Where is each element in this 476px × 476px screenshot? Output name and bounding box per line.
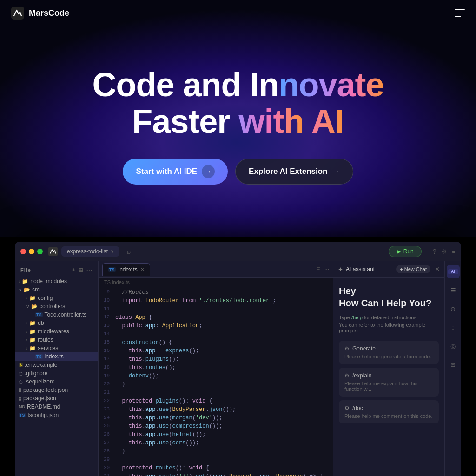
tree-label: config	[38, 295, 53, 301]
hero-with: with	[238, 103, 304, 140]
greeting-line2: How Can I Help You?	[339, 297, 439, 309]
tree-item-middlewares[interactable]: › 📁 middlewares	[15, 327, 98, 336]
ai-sparkle-icon: ✦	[338, 266, 343, 273]
ai-suggestion-explain[interactable]: ⚙ /explain Please help me explain how th…	[339, 368, 439, 397]
more-icon[interactable]: ···	[324, 266, 329, 272]
tree-item-env[interactable]: $ .env.example	[15, 361, 98, 369]
tree-label: controllers	[40, 303, 65, 310]
folder-icon: 📁	[29, 320, 36, 326]
tree-label: tsconfig.json	[28, 412, 59, 418]
tree-item-todo-controller[interactable]: TS Todo.controller.ts	[15, 311, 98, 319]
tree-label: routes	[38, 337, 53, 343]
toolbar-debug-button[interactable]: ◎	[447, 339, 460, 352]
tree-item-config[interactable]: › 📁 config	[15, 294, 98, 302]
start-ai-ide-button[interactable]: Start with AI IDE →	[123, 159, 228, 185]
project-tab-label: express-todo-list	[67, 248, 108, 255]
close-tab-icon[interactable]: ✕	[140, 267, 144, 272]
toolbar-menu-button[interactable]: ☰	[447, 284, 460, 297]
close-dot[interactable]	[20, 249, 26, 254]
suggestion-desc: Please help me explain how this function…	[344, 381, 433, 392]
folder-open-icon: 📂	[24, 287, 30, 293]
code-line: 24 this.app.use(morgan('dev'));	[99, 414, 333, 423]
ide-titlebar: express-todo-list ∨ ⌕ ▶ Run ? ⚙ ●	[15, 242, 461, 261]
ai-panel: ✦ AI assistant + New Chat ✕ Hey How Can …	[333, 261, 444, 476]
hero-ai: AI	[304, 103, 344, 140]
close-ai-panel-button[interactable]: ✕	[435, 266, 440, 272]
sidebar-controls: + ⊞ ···	[72, 267, 93, 273]
hero-section: Code and Innovate Faster with AI Start w…	[0, 0, 476, 237]
hero-line1: Code and Innovate	[92, 66, 383, 103]
project-tab[interactable]: express-todo-list ∨	[61, 246, 119, 257]
ide-body: File + ⊞ ··· › 📁 node_modules ∨ 📂 src	[15, 261, 461, 476]
tree-item-routes[interactable]: › 📁 routes	[15, 336, 98, 344]
tree-item-sequelizerc[interactable]: ◌ .sequelizerc	[15, 377, 98, 386]
editor-tab-index-ts[interactable]: TS index.ts ✕	[102, 263, 150, 276]
new-chat-label: + New Chat	[400, 266, 427, 272]
tree-item-readme[interactable]: MD README.md	[15, 403, 98, 411]
tree-label: services	[38, 345, 58, 351]
code-line: 16 this.app = express();	[99, 347, 333, 356]
suggestion-title: /doc	[352, 405, 363, 411]
tree-item-tsconfig[interactable]: TS tsconfig.json	[15, 411, 98, 419]
logo-icon	[11, 7, 24, 20]
tree-item-src[interactable]: ∨ 📂 src	[15, 285, 98, 294]
toolbar-search-button[interactable]: ⊙	[447, 302, 460, 315]
question-icon[interactable]: ?	[433, 248, 436, 255]
menu-button[interactable]	[455, 9, 465, 17]
explore-extension-label: Explore AI Extension	[249, 167, 327, 176]
code-line: 21	[99, 389, 333, 397]
minimize-dot[interactable]	[29, 249, 34, 254]
code-content[interactable]: 9 //Routes 10 import TodoRouter from './…	[99, 287, 333, 476]
chevron-right-icon: ›	[26, 296, 27, 301]
ai-suggestion-generate[interactable]: ⚙ Generate Please help me generate a for…	[339, 341, 439, 364]
code-line: 27 this.app.use(cors());	[99, 439, 333, 448]
right-toolbar: AI ☰ ⊙ ↕ ◎ ⊞	[444, 261, 461, 476]
code-line: 9 //Routes	[99, 289, 333, 297]
file-tree-header: File + ⊞ ···	[15, 265, 98, 277]
code-line: 28 }	[99, 448, 333, 456]
code-line: 20 }	[99, 381, 333, 389]
search-icon: ⊙	[450, 305, 456, 312]
logo[interactable]: MarsCode	[11, 7, 69, 20]
run-icon: ▶	[397, 248, 401, 255]
search-icon[interactable]: ⌕	[127, 248, 131, 255]
maximize-dot[interactable]	[37, 249, 43, 254]
tree-item-package-lock[interactable]: {} package-lock.json	[15, 386, 98, 394]
tree-item-package-json[interactable]: {} package.json	[15, 394, 98, 403]
folder-icon: 📁	[29, 295, 36, 301]
ai-panel-header: ✦ AI assistant + New Chat ✕	[333, 261, 444, 278]
avatar-icon[interactable]: ●	[452, 248, 456, 255]
start-ai-ide-label: Start with AI IDE	[136, 167, 197, 176]
tree-item-node-modules[interactable]: › 📁 node_modules	[15, 277, 98, 285]
split-icon[interactable]: ⊟	[316, 266, 321, 272]
tree-item-db[interactable]: › 📁 db	[15, 319, 98, 327]
settings-icon[interactable]: ⚙	[441, 248, 447, 255]
new-folder-icon[interactable]: ⊞	[79, 267, 84, 273]
toolbar-git-button[interactable]: ↕	[447, 321, 460, 334]
git-icon: ↕	[451, 324, 455, 331]
code-line: 19 dotenv();	[99, 372, 333, 381]
code-line: 10 import TodoRouter from './routes/Todo…	[99, 297, 333, 305]
new-chat-button[interactable]: + New Chat	[396, 265, 430, 273]
ai-suggestion-doc[interactable]: ⚙ /doc Please help me comment on this co…	[339, 400, 439, 423]
run-label: Run	[403, 248, 414, 255]
code-line: 30 protected routes(): void {	[99, 464, 333, 473]
ai-hint1: Type /help for detailed instructions.	[339, 315, 439, 320]
chevron-right-icon: ›	[26, 337, 27, 343]
tree-label: node_modules	[30, 278, 67, 284]
folder-icon: 📁	[22, 278, 28, 284]
extensions-icon: ⊞	[450, 361, 456, 368]
new-file-icon[interactable]: +	[72, 267, 76, 273]
run-button[interactable]: ▶ Run	[389, 246, 422, 257]
more-icon[interactable]: ···	[86, 267, 93, 273]
tree-item-controllers[interactable]: ∨ 📂 controllers	[15, 302, 98, 311]
hero-title: Code and Innovate Faster with AI	[92, 66, 383, 140]
toolbar-ai-button[interactable]: AI	[447, 265, 460, 278]
tree-item-index-ts[interactable]: TS index.ts	[15, 352, 98, 361]
tree-item-gitignore[interactable]: ◌ .gitignore	[15, 369, 98, 377]
ts-badge: TS	[108, 267, 116, 272]
explore-extension-button[interactable]: Explore AI Extension →	[235, 159, 353, 185]
tree-label: README.md	[27, 403, 60, 410]
toolbar-extensions-button[interactable]: ⊞	[447, 358, 460, 371]
tree-item-services[interactable]: › 📁 services	[15, 344, 98, 352]
